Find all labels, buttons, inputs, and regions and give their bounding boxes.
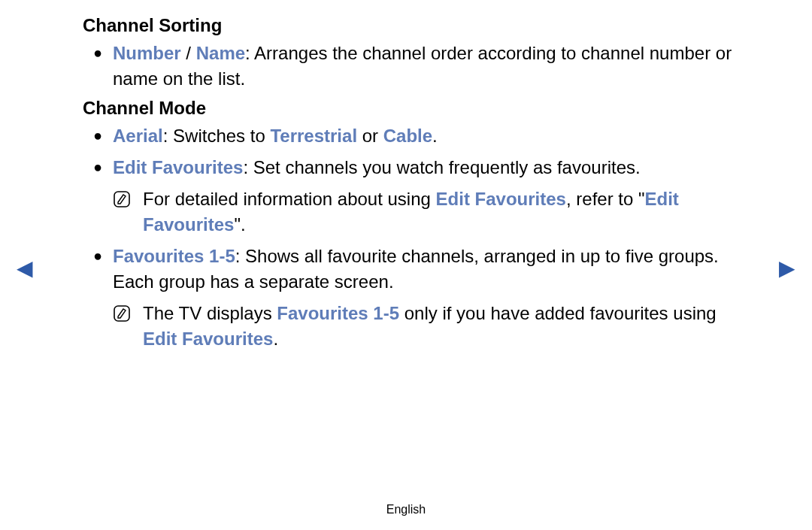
note-f15-t1: The TV displays <box>143 303 277 323</box>
note-f15-b2: Edit Favourites <box>143 329 273 349</box>
bullet-icon: ● <box>83 155 113 179</box>
mode-item-edit-favourites: ● Edit Favourites: Set channels you watc… <box>83 155 737 180</box>
heading-channel-sorting: Channel Sorting <box>83 15 737 36</box>
sorting-item-number-name: ● Number / Name: Arranges the channel or… <box>83 41 737 92</box>
aerial-text: Aerial: Switches to Terrestrial or Cable… <box>113 123 737 149</box>
note-favourites-1-5: The TV displays Favourites 1-5 only if y… <box>83 301 737 352</box>
footer-language: English <box>0 503 812 516</box>
sorting-item-text: Number / Name: Arranges the channel orde… <box>113 41 737 92</box>
aerial-t2: or <box>357 126 383 146</box>
note-ef-t2: , refer to " <box>566 189 645 209</box>
opt-terrestrial: Terrestrial <box>270 126 357 146</box>
page-content: Channel Sorting ● Number / Name: Arrange… <box>83 15 737 358</box>
nav-prev-arrow[interactable]: ◀ <box>17 256 33 280</box>
note-editfav-text: For detailed information about using Edi… <box>143 186 737 238</box>
aerial-t3: . <box>432 126 438 146</box>
text-slash: / <box>181 43 196 63</box>
svg-rect-1 <box>114 306 129 321</box>
term-aerial: Aerial <box>113 126 163 146</box>
note-f15-b1: Favourites 1-5 <box>277 303 399 323</box>
note-icon <box>113 186 143 210</box>
bullet-icon: ● <box>83 123 113 147</box>
bullet-icon: ● <box>83 244 113 268</box>
mode-item-favourites-1-5: ● Favourites 1-5: Shows all favourite ch… <box>83 244 737 295</box>
opt-cable: Cable <box>383 126 432 146</box>
note-f15-t2: only if you have added favourites using <box>399 303 717 323</box>
note-edit-favourites: For detailed information about using Edi… <box>83 186 737 238</box>
note-ef-b1: Edit Favourites <box>436 189 566 209</box>
note-ef-t1: For detailed information about using <box>143 189 436 209</box>
term-number: Number <box>113 43 181 63</box>
aerial-t1: : Switches to <box>163 126 271 146</box>
note-icon <box>113 301 143 325</box>
term-name: Name <box>196 43 245 63</box>
note-f15-t3: . <box>273 329 278 349</box>
svg-rect-0 <box>114 192 129 207</box>
fav15-text: Favourites 1-5: Shows all favourite chan… <box>113 244 737 295</box>
mode-item-aerial: ● Aerial: Switches to Terrestrial or Cab… <box>83 123 737 149</box>
desc-edit-favourites: : Set channels you watch frequently as f… <box>243 157 640 177</box>
term-favourites-1-5: Favourites 1-5 <box>113 246 235 266</box>
nav-next-arrow[interactable]: ▶ <box>779 256 795 280</box>
bullet-icon: ● <box>83 41 113 65</box>
editfav-text: Edit Favourites: Set channels you watch … <box>113 155 737 180</box>
note-fav15-text: The TV displays Favourites 1-5 only if y… <box>143 301 737 352</box>
note-ef-t3: ". <box>234 214 245 235</box>
term-edit-favourites: Edit Favourites <box>113 157 243 177</box>
heading-channel-mode: Channel Mode <box>83 98 737 119</box>
